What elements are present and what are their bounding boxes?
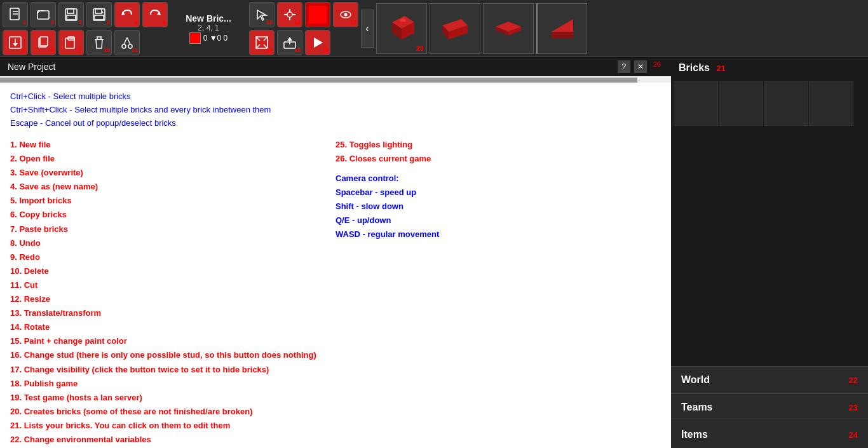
svg-line-34 — [256, 44, 260, 48]
svg-marker-38 — [287, 37, 292, 41]
svg-rect-5 — [67, 9, 74, 13]
color-coord-row: 0 ▼0 0 — [189, 32, 228, 44]
help-item-15: 15. Paint + change paint color — [10, 334, 336, 348]
titlebar-controls: ? ✕ 26 — [618, 60, 663, 73]
brick-thumb-4[interactable] — [809, 81, 853, 126]
project-title-label: New Project — [8, 62, 55, 72]
btn7-badge: 7 — [79, 47, 82, 53]
help-item-11: 11. Cut — [10, 278, 336, 292]
help-button[interactable]: ? — [618, 60, 630, 73]
svg-rect-17 — [40, 37, 48, 46]
items-num: 24 — [849, 430, 858, 440]
help-item-9: 9. Redo — [10, 250, 336, 264]
right-sidebar: Bricks 21 World 22 Teams 23 It — [671, 57, 868, 448]
toolbar: 1 2 3 + 4 8 9 — [0, 0, 868, 57]
brick-thumb-3[interactable] — [764, 81, 808, 126]
coord-values: 0 ▼0 0 — [203, 34, 228, 43]
translate-btn[interactable]: 13 — [277, 2, 302, 27]
delete-button[interactable]: 10 — [86, 30, 112, 55]
file-buttons-group: 1 2 3 + 4 8 9 — [3, 2, 168, 55]
help-item-25: 25. Toggles lighting — [336, 138, 661, 152]
brick-thumb-1[interactable] — [674, 81, 718, 126]
coords-label: 2, 4, 1 — [198, 24, 219, 32]
undo-button[interactable]: 8 — [114, 2, 140, 27]
nav-teams[interactable]: Teams 23 — [671, 393, 868, 421]
svg-point-24 — [287, 12, 292, 17]
teams-num: 23 — [849, 403, 858, 412]
select-btn[interactable]: 12 — [249, 2, 275, 27]
resize-btn[interactable]: 14 — [249, 30, 275, 55]
right-buttons-group: 12 13 17 14 18 — [249, 2, 358, 55]
scrollbar-thumb[interactable] — [0, 78, 637, 83]
nav-items[interactable]: Items 24 — [671, 421, 868, 448]
btn12-badge: 12 — [266, 19, 273, 25]
svg-point-20 — [122, 44, 126, 48]
close-button[interactable]: ✕ — [634, 60, 647, 73]
brick-thumb-2[interactable] — [719, 81, 763, 126]
camera-item-3: Q/E - up/down — [336, 214, 661, 227]
help-item-26: 26. Closes current game — [336, 152, 661, 166]
help-item-5: 5. Import bricks — [10, 194, 336, 208]
import-button[interactable]: 5 — [3, 30, 28, 55]
btn19-badge: 19 — [322, 47, 329, 53]
world-num: 22 — [849, 376, 858, 385]
cut-button[interactable]: 11 — [114, 30, 140, 55]
redo-button[interactable]: 9 — [142, 2, 168, 27]
help-item-3: 3. Save (overwrite) — [10, 166, 336, 180]
help-item-8: 8. Undo — [10, 236, 336, 250]
items-label: Items — [681, 429, 708, 440]
btn5-badge: 5 — [23, 47, 26, 53]
svg-line-32 — [256, 37, 260, 41]
help-item-1: 1. New file — [10, 138, 336, 152]
shortcut-3: Escape - Cancel out of popup/deselect br… — [10, 118, 661, 128]
svg-text:+: + — [101, 10, 104, 15]
help-list-right: 25. Toggles lighting 26. Closes current … — [336, 138, 661, 166]
camera-title: Camera control: — [336, 173, 661, 183]
btn9-badge: 9 — [163, 19, 166, 25]
help-list-left: 1. New file 2. Open file 3. Save (overwr… — [10, 138, 336, 448]
new-file-button[interactable]: 1 — [3, 2, 28, 27]
sidebar-nav: World 22 Teams 23 Items 24 — [671, 366, 868, 448]
bricks-grid — [671, 79, 868, 128]
scrollbar-track[interactable] — [0, 78, 671, 83]
brick-20-shape — [386, 13, 417, 44]
eye-btn[interactable]: 17 — [333, 2, 358, 27]
copy-button[interactable]: 6 — [31, 30, 56, 55]
shortcut-2: Ctrl+Shift+Click - Select multiple brick… — [10, 105, 661, 114]
open-file-icon — [36, 8, 50, 22]
red-square-btn[interactable] — [305, 2, 330, 27]
prev-brick-arrow[interactable]: ‹ — [361, 10, 374, 48]
publish-btn[interactable]: 18 — [277, 30, 302, 55]
btn6-badge: 6 — [51, 47, 54, 53]
help-item-7: 7. Paste bricks — [10, 222, 336, 236]
right-buttons-row1: 12 13 17 — [249, 2, 358, 27]
btn17-badge: 17 — [350, 19, 356, 25]
redo-icon — [148, 8, 162, 22]
brick-preview-flat[interactable] — [483, 3, 534, 54]
svg-rect-6 — [67, 15, 76, 20]
help-item-12: 12. Resize — [10, 292, 336, 306]
btn11-badge: 11 — [132, 47, 138, 53]
camera-item-2: Shift - slow down — [336, 200, 661, 214]
shortcut-1: Ctrl+Click - Select multiple bricks — [10, 92, 661, 101]
help-grid: 1. New file 2. Open file 3. Save (overwr… — [10, 138, 661, 448]
play-btn[interactable]: 19 — [305, 30, 330, 55]
btn1-badge: 1 — [23, 19, 26, 25]
brick-preview-20[interactable]: 20 — [376, 3, 427, 54]
undo-icon — [120, 8, 134, 22]
titlebar-num: 26 — [651, 60, 663, 73]
color-swatch[interactable] — [189, 32, 201, 44]
paste-button[interactable]: 7 — [58, 30, 84, 55]
save-as-button[interactable]: + 4 — [86, 2, 112, 27]
save-button[interactable]: 3 — [58, 2, 84, 27]
camera-item-1: Spacebar - speed up — [336, 186, 661, 200]
btn4-badge: 4 — [107, 19, 110, 25]
nav-world[interactable]: World 22 — [671, 366, 868, 393]
open-file-button[interactable]: 2 — [31, 2, 56, 27]
help-item-22: 22. Change environmental variables — [10, 433, 336, 447]
help-item-4: 4. Save as (new name) — [10, 180, 336, 194]
content-panel: New Project ? ✕ 26 Ctrl+Click - Select m… — [0, 57, 671, 448]
svg-line-22 — [124, 37, 127, 44]
brick-preview-ramp[interactable] — [536, 3, 587, 54]
brick-preview-21a[interactable] — [430, 3, 480, 54]
